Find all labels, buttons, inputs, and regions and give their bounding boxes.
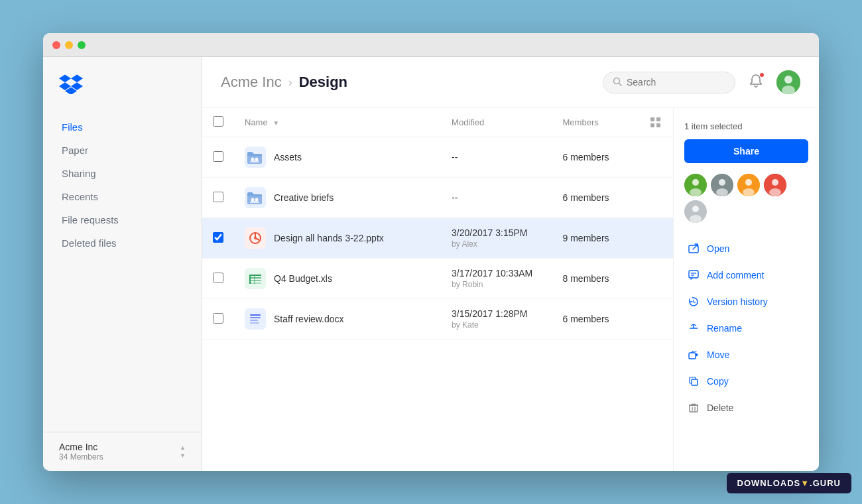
table-row[interactable]: Assets -- 6 members: [202, 137, 673, 178]
svg-point-27: [692, 179, 699, 186]
breadcrumb-parent[interactable]: Acme Inc: [221, 74, 282, 91]
svg-rect-24: [250, 320, 258, 321]
open-label: Open: [707, 243, 729, 254]
table-row[interactable]: Q4 Budget.xls 3/17/2017 10:33AM by Robin…: [202, 259, 673, 299]
delete-label: Delete: [707, 403, 733, 413]
watermark: DOWNLOADS▼.GURU: [727, 473, 851, 493]
folder-team-icon: [245, 147, 266, 168]
share-button[interactable]: Share: [684, 139, 808, 163]
file-name: Staff review.docx: [274, 314, 344, 324]
action-add-comment[interactable]: Add comment: [684, 263, 808, 288]
chevron-up-icon: ▲: [180, 445, 186, 451]
members-cell: 6 members: [552, 137, 641, 178]
row-checkbox-cell: [202, 137, 234, 178]
close-button[interactable]: [52, 41, 60, 49]
titlebar: [43, 33, 819, 57]
members-cell: 8 members: [552, 259, 641, 299]
sidebar-footer: Acme Inc 34 Members ▲ ▼: [43, 432, 202, 471]
sidebar-item-deleted-files[interactable]: Deleted files: [43, 231, 202, 255]
search-box[interactable]: [603, 72, 735, 94]
svg-point-34: [743, 188, 755, 196]
copy-label: Copy: [707, 376, 729, 387]
breadcrumb-current: Design: [299, 74, 347, 91]
file-name: Creative briefs: [274, 192, 334, 203]
user-avatar[interactable]: [776, 70, 800, 94]
modified-cell: 3/15/2017 1:28PM by Kate: [441, 299, 552, 340]
action-copy[interactable]: Copy: [684, 369, 808, 394]
svg-point-31: [716, 188, 728, 196]
app-body: Files Paper Sharing Recents File request…: [43, 57, 819, 471]
maximize-button[interactable]: [78, 41, 86, 49]
add-comment-label: Add comment: [707, 270, 764, 281]
sidebar-item-sharing[interactable]: Sharing: [43, 162, 202, 185]
file-name: Q4 Budget.xls: [274, 273, 332, 284]
sort-icon: ▼: [273, 119, 279, 127]
file-table: Name ▼ Modified Members: [202, 108, 673, 340]
row-actions-cell: [640, 137, 673, 178]
table-row[interactable]: Design all hands 3-22.pptx 3/20/2017 3:1…: [202, 218, 673, 259]
modified-cell: 3/17/2017 10:33AM by Robin: [441, 259, 552, 299]
minimize-button[interactable]: [65, 41, 73, 49]
row-checkbox-cell: [202, 218, 234, 259]
rename-label: Rename: [707, 323, 742, 334]
row-checkbox[interactable]: [213, 232, 223, 243]
selection-text: 1 item selected: [684, 121, 808, 131]
version-history-label: Version history: [707, 296, 768, 307]
member-avatar-1: [684, 174, 707, 196]
rename-icon: [687, 322, 700, 335]
row-checkbox-cell: [202, 178, 234, 218]
row-actions-cell: [640, 259, 673, 299]
svg-point-39: [692, 206, 699, 212]
action-rename[interactable]: Rename: [684, 316, 808, 341]
org-switcher-button[interactable]: ▲ ▼: [180, 445, 186, 459]
modified-cell: --: [441, 137, 552, 178]
content-area: Name ▼ Modified Members: [202, 108, 819, 471]
sidebar-item-recents[interactable]: Recents: [43, 185, 202, 208]
open-icon: [687, 242, 700, 255]
action-open[interactable]: Open: [684, 236, 808, 261]
member-avatar-2: [711, 174, 733, 196]
search-input[interactable]: [627, 77, 725, 88]
pptx-icon: [245, 227, 266, 249]
members-column-header[interactable]: Members: [552, 108, 641, 137]
member-avatars: [684, 174, 808, 223]
action-move[interactable]: Move: [684, 342, 808, 367]
modified-column-header[interactable]: Modified: [441, 108, 552, 137]
members-cell: 6 members: [552, 299, 641, 340]
row-checkbox[interactable]: [213, 151, 223, 162]
svg-point-3: [784, 76, 792, 84]
notification-dot: [759, 72, 765, 78]
svg-rect-51: [690, 405, 698, 412]
view-toggle-icon[interactable]: [650, 117, 661, 128]
delete-icon: [687, 401, 700, 414]
folder-team-icon: [245, 187, 266, 208]
svg-rect-23: [250, 317, 261, 318]
table-row[interactable]: Staff review.docx 3/15/2017 1:28PM by Ka…: [202, 299, 673, 340]
row-checkbox-cell: [202, 259, 234, 299]
chevron-down-icon: ▼: [180, 453, 186, 459]
table-row[interactable]: Creative briefs -- 6 members: [202, 178, 673, 218]
sidebar-nav: Files Paper Sharing Recents File request…: [43, 115, 202, 432]
sidebar-item-paper[interactable]: Paper: [43, 139, 202, 162]
row-checkbox[interactable]: [213, 192, 223, 202]
file-name-cell: Staff review.docx: [234, 299, 441, 340]
svg-rect-20: [254, 275, 255, 284]
action-delete[interactable]: Delete: [684, 395, 808, 420]
svg-point-37: [769, 188, 781, 196]
member-avatar-4: [764, 174, 786, 196]
docx-icon: [245, 308, 266, 330]
svg-point-13: [254, 237, 257, 239]
sidebar-item-files[interactable]: Files: [43, 115, 202, 139]
row-actions-cell: [640, 218, 673, 259]
row-checkbox[interactable]: [213, 313, 223, 324]
sidebar-item-file-requests[interactable]: File requests: [43, 208, 202, 231]
svg-rect-49: [689, 353, 696, 359]
notification-button[interactable]: [746, 71, 766, 94]
svg-rect-42: [689, 271, 698, 278]
name-column-header[interactable]: Name ▼: [234, 108, 441, 137]
modified-cell: --: [441, 178, 552, 218]
select-all-checkbox[interactable]: [213, 116, 223, 127]
file-name: Design all hands 3-22.pptx: [274, 233, 384, 243]
action-version-history[interactable]: Version history: [684, 289, 808, 314]
row-checkbox[interactable]: [213, 273, 223, 283]
